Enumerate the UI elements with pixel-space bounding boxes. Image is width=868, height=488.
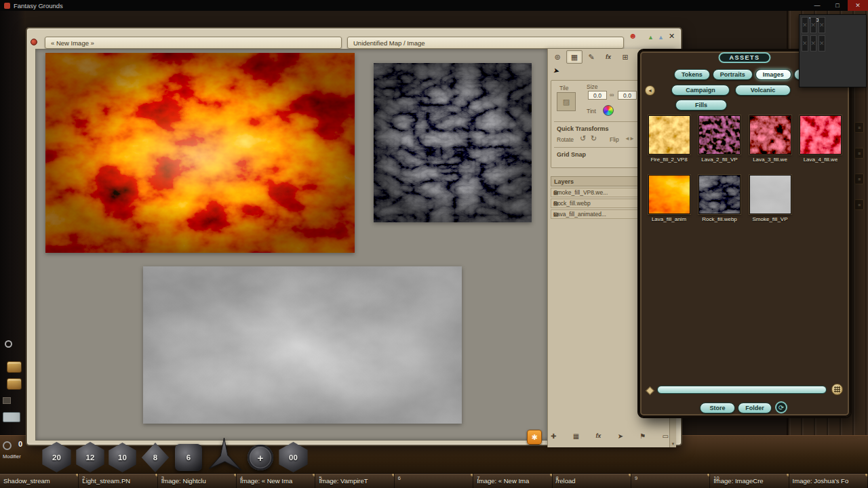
tool-slot[interactable]: ✕ xyxy=(818,35,825,52)
rock-texture-image[interactable] xyxy=(374,63,532,222)
edge-collapsed-tab[interactable]: ≡ xyxy=(854,148,864,159)
asset-thumb-fire-fill-2[interactable] xyxy=(648,115,690,155)
add-item-icon[interactable]: ✚ xyxy=(551,432,556,440)
share-blue-icon[interactable]: ▲ xyxy=(658,33,664,41)
d6-die[interactable]: 6 xyxy=(175,444,202,471)
hotbar-slot-5[interactable]: 5 Image: VampireT xyxy=(315,474,394,488)
tool-slot[interactable]: ✕ xyxy=(802,35,808,52)
effects-tool-icon[interactable]: fx xyxy=(600,50,616,64)
layers-tool-icon[interactable]: ▦ xyxy=(566,50,583,64)
frame-icon[interactable]: ▭ xyxy=(663,432,669,440)
flip-icons[interactable]: ◄► xyxy=(625,136,634,142)
tab-tokens[interactable]: Tokens xyxy=(674,69,710,80)
hotbar-slot-8[interactable]: 8 /reload xyxy=(553,474,631,488)
add-die-button[interactable]: + xyxy=(248,445,273,470)
hotbar-slot-7[interactable]: 7 Image: « New Ima xyxy=(473,474,552,488)
maximize-button[interactable]: □ xyxy=(827,0,848,11)
layer-eye-icon[interactable]: ⊙ xyxy=(553,200,558,207)
smoke-texture-image[interactable] xyxy=(143,266,462,424)
asset-thumb-lava-anim[interactable] xyxy=(648,175,690,214)
flag-icon[interactable]: ⚑ xyxy=(639,432,646,440)
edge-collapsed-tab[interactable]: ≡ xyxy=(854,174,864,184)
size-height-input[interactable]: 0.0 xyxy=(618,91,637,100)
layer-eye-icon[interactable]: ⊙ xyxy=(553,211,558,218)
refresh-button[interactable]: ⟳ xyxy=(775,401,787,413)
radial-menu-icon[interactable] xyxy=(31,39,37,45)
asset-cell[interactable]: Lava_fill_anim xyxy=(645,175,693,235)
chest-icon[interactable] xyxy=(7,361,22,373)
tile-preview-box[interactable]: ▨ xyxy=(557,92,576,111)
fire-texture-image[interactable] xyxy=(45,53,355,253)
layer-stack-icon[interactable]: ▦ xyxy=(573,432,579,440)
share-green-icon[interactable]: ▲ xyxy=(648,33,654,41)
tab-unidentified-map[interactable]: Unidentified Map / Image xyxy=(347,37,624,49)
grid-view-button[interactable] xyxy=(831,384,843,395)
asset-cell[interactable]: Lava_2_fill_VP xyxy=(696,115,744,175)
tab-images[interactable]: Images xyxy=(755,69,791,80)
minimize-button[interactable]: — xyxy=(807,0,827,11)
rotate-ccw-icon[interactable]: ↺ xyxy=(580,134,586,143)
tool-slot[interactable]: ✕ xyxy=(818,17,825,33)
tool-slot[interactable]: ✕ xyxy=(802,17,808,33)
chest-icon[interactable] xyxy=(7,378,22,390)
hotbar-slot-10[interactable]: 10 Image: ImageCre xyxy=(710,474,789,488)
hotbar-slot-2[interactable]: 2 Light_stream.PN xyxy=(79,474,157,488)
hotbar-slot-6[interactable]: 6 xyxy=(395,474,473,488)
category-fills[interactable]: Fills xyxy=(675,100,727,110)
hotbar-slot-9[interactable]: 9 xyxy=(631,474,710,488)
tint-label: Tint xyxy=(587,108,596,115)
asset-thumb-lava-3[interactable] xyxy=(749,115,791,155)
store-button[interactable]: Store xyxy=(700,403,735,413)
tint-color-wheel[interactable] xyxy=(603,105,614,116)
tool-slot[interactable]: ✕ xyxy=(810,35,817,52)
assets-window-title[interactable]: Assets xyxy=(718,52,770,63)
size-label: Size xyxy=(587,83,598,90)
layer-eye-icon[interactable]: ⊙ xyxy=(553,189,558,196)
assets-horizontal-scrollbar[interactable] xyxy=(657,386,827,394)
asset-thumb-lava-4[interactable] xyxy=(800,115,842,155)
asset-thumb-rock[interactable] xyxy=(698,175,741,214)
hotbar-slot-11[interactable]: Image: Joshua's Fo xyxy=(789,474,868,488)
select-tool-icon[interactable]: ⊚ xyxy=(549,50,566,64)
close-button[interactable]: ✕ xyxy=(848,0,868,11)
asset-cell[interactable]: Lava_4_fill.we xyxy=(797,115,845,175)
size-link-icon[interactable]: ∞ xyxy=(610,92,614,98)
tab-new-image[interactable]: « New Image » xyxy=(45,37,342,49)
radial-star-icon: ✱ xyxy=(531,433,537,442)
asset-thumb-lava-2[interactable] xyxy=(698,115,741,155)
d4-die[interactable] xyxy=(205,437,243,473)
hotbar-slot-3[interactable]: 3 Image: Nightclu xyxy=(158,474,237,488)
minimized-window-icon[interactable] xyxy=(3,412,20,422)
tab-portraits[interactable]: Portraits xyxy=(713,69,753,80)
edge-collapsed-tab[interactable]: ≡ xyxy=(854,199,864,210)
small-dock-icon[interactable] xyxy=(3,397,11,404)
asset-cell[interactable]: Rock_fill.webp xyxy=(696,175,744,235)
asset-cell[interactable]: Smoke_fill_VP xyxy=(746,175,794,235)
scroll-down-icon[interactable]: ▼ xyxy=(671,442,675,446)
grid-tool-icon[interactable]: ⊞ xyxy=(617,50,633,64)
tool-slot[interactable]: ✕ xyxy=(810,17,817,33)
hotbar-slot-4[interactable]: 4 Image: « New Ima xyxy=(237,474,315,488)
draw-tool-icon[interactable]: ✎ xyxy=(583,50,599,64)
send-icon[interactable]: ➤ xyxy=(618,432,623,440)
folder-button[interactable]: Folder xyxy=(738,403,772,413)
gm-face-icon[interactable]: ☻ xyxy=(629,32,637,40)
modifier-clear-icon[interactable] xyxy=(3,441,12,450)
radial-quick-menu-button[interactable]: ✱ xyxy=(527,430,542,445)
rotate-cw-icon[interactable]: ↻ xyxy=(591,134,597,143)
window-close-icon[interactable]: ✕ xyxy=(669,32,675,40)
filter-campaign[interactable]: Campaign xyxy=(671,85,730,96)
edge-collapsed-tab[interactable]: ≡ xyxy=(854,122,864,133)
size-width-input[interactable]: 0.0 xyxy=(588,91,607,100)
ring-toggle-icon[interactable] xyxy=(5,340,12,348)
filter-volcanic[interactable]: Volcanic xyxy=(735,85,791,96)
asset-cell[interactable]: Fire_fill_2_VP8 xyxy=(645,115,693,175)
asset-cell[interactable]: Lava_3_fill.we xyxy=(746,115,794,175)
hotbar-slot-label: Image: VampireT xyxy=(319,477,368,485)
scroll-left-diamond[interactable] xyxy=(646,386,654,395)
asset-thumb-smoke[interactable] xyxy=(749,175,791,214)
hotbar-slot-label: Image: Joshua's Fo xyxy=(793,477,849,485)
up-level-button[interactable]: ◄ xyxy=(645,85,655,96)
effects-icon[interactable]: fx xyxy=(595,432,601,440)
hotbar-slot-1[interactable]: Shadow_stream xyxy=(0,474,79,488)
